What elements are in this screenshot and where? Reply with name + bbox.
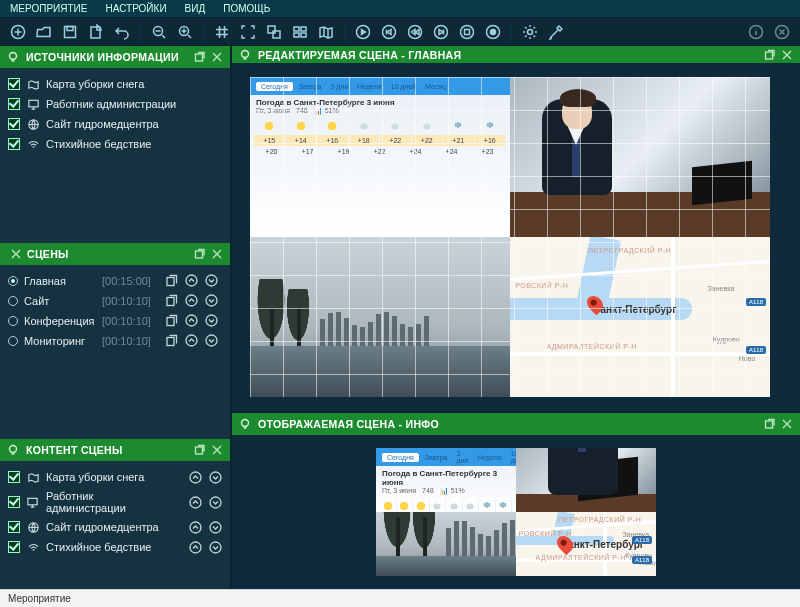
undo-button[interactable] xyxy=(110,21,134,43)
checkbox-icon[interactable] xyxy=(8,496,20,508)
radio-icon[interactable] xyxy=(8,276,18,286)
city-tile[interactable] xyxy=(376,512,516,576)
record-button[interactable] xyxy=(481,21,505,43)
checkbox-icon[interactable] xyxy=(8,138,20,150)
panel-close-icon[interactable] xyxy=(780,417,794,431)
content-panel-header[interactable]: КОНТЕНТ СЦЕНЫ xyxy=(0,439,230,461)
panel-close-icon[interactable] xyxy=(780,48,794,62)
radio-icon[interactable] xyxy=(8,316,18,326)
content-item[interactable]: Работник администрации xyxy=(8,487,222,517)
down-icon[interactable] xyxy=(204,274,218,288)
map-button[interactable] xyxy=(314,21,338,43)
detach-icon[interactable] xyxy=(193,443,207,457)
city-tile[interactable] xyxy=(250,237,510,397)
radio-icon[interactable] xyxy=(8,296,18,306)
wifi-icon xyxy=(26,137,40,151)
svg-rect-31 xyxy=(167,298,174,306)
settings-button[interactable] xyxy=(518,21,542,43)
tiles-button[interactable] xyxy=(288,21,312,43)
down-icon[interactable] xyxy=(208,520,222,534)
panel-close-icon[interactable] xyxy=(210,50,224,64)
layers-button[interactable] xyxy=(262,21,286,43)
down-icon[interactable] xyxy=(208,495,222,509)
up-icon[interactable] xyxy=(188,470,202,484)
info-button[interactable] xyxy=(744,21,768,43)
person-tile[interactable] xyxy=(510,77,770,237)
source-item[interactable]: Стихийное бедствие xyxy=(8,134,222,154)
stop-button[interactable] xyxy=(455,21,479,43)
export-button[interactable] xyxy=(84,21,108,43)
open-button[interactable] xyxy=(32,21,56,43)
up-icon[interactable] xyxy=(184,314,198,328)
content-item[interactable]: Сайт гидромедцентра xyxy=(8,517,222,537)
panel-close-icon[interactable] xyxy=(9,247,23,261)
copy-icon[interactable] xyxy=(164,314,178,328)
up-icon[interactable] xyxy=(184,274,198,288)
copy-icon[interactable] xyxy=(164,294,178,308)
detach-icon[interactable] xyxy=(763,48,777,62)
copy-icon[interactable] xyxy=(164,274,178,288)
menu-settings[interactable]: НАСТРОЙКИ xyxy=(105,3,166,14)
scene-item[interactable]: Главная [00:15:00] xyxy=(8,271,222,291)
content-item[interactable]: Стихийное бедствие xyxy=(8,537,222,557)
person-tile[interactable] xyxy=(516,448,656,512)
save-button[interactable] xyxy=(58,21,82,43)
up-icon[interactable] xyxy=(188,520,202,534)
detach-icon[interactable] xyxy=(193,50,207,64)
close-button[interactable] xyxy=(770,21,794,43)
svg-rect-44 xyxy=(28,498,37,505)
weather-tile[interactable]: СегодняЗавтра3 дняНеделя10 днейМесяц Пог… xyxy=(250,77,510,237)
detach-icon[interactable] xyxy=(763,417,777,431)
prev-button[interactable] xyxy=(377,21,401,43)
editor-canvas-area[interactable]: СегодняЗавтра3 дняНеделя10 днейМесяц Пог… xyxy=(232,63,800,411)
up-icon[interactable] xyxy=(184,334,198,348)
new-button[interactable] xyxy=(6,21,30,43)
down-icon[interactable] xyxy=(204,314,218,328)
down-icon[interactable] xyxy=(204,334,218,348)
checkbox-icon[interactable] xyxy=(8,521,20,533)
map-tile[interactable]: ПЕТРОГРАДСКИЙ Р-Н РОВСКИЙ Р-Н АДМИРАЛТЕЙ… xyxy=(510,237,770,397)
scene-item[interactable]: Конференция [00:10:10] xyxy=(8,311,222,331)
checkbox-icon[interactable] xyxy=(8,98,20,110)
scene-item[interactable]: Сайт [00:10:10] xyxy=(8,291,222,311)
rewind-button[interactable] xyxy=(403,21,427,43)
viewer-panel-header[interactable]: ОТОБРАЖАЕМАЯ СЦЕНА - ИНФО xyxy=(232,413,800,435)
checkbox-icon[interactable] xyxy=(8,541,20,553)
radio-icon[interactable] xyxy=(8,336,18,346)
map-tile[interactable]: ПЕТРОГРАДСКИЙ Р-Н РОВСКИЙ Р-Н АДМИРАЛТЕЙ… xyxy=(516,512,656,576)
content-item[interactable]: Карта уборки снега xyxy=(8,467,222,487)
detach-icon[interactable] xyxy=(193,247,207,261)
scenes-panel-header[interactable]: СЦЕНЫ xyxy=(0,243,230,265)
down-icon[interactable] xyxy=(208,470,222,484)
up-icon[interactable] xyxy=(188,495,202,509)
panel-close-icon[interactable] xyxy=(210,247,224,261)
source-item[interactable]: Карта уборки снега xyxy=(8,74,222,94)
copy-icon[interactable] xyxy=(164,334,178,348)
zoom-out-button[interactable] xyxy=(147,21,171,43)
fit-button[interactable] xyxy=(236,21,260,43)
up-icon[interactable] xyxy=(184,294,198,308)
menu-event[interactable]: МЕРОПРИЯТИЕ xyxy=(10,3,87,14)
grid-button[interactable] xyxy=(210,21,234,43)
zoom-in-button[interactable] xyxy=(173,21,197,43)
menu-view[interactable]: ВИД xyxy=(185,3,206,14)
down-icon[interactable] xyxy=(204,294,218,308)
panel-close-icon[interactable] xyxy=(210,443,224,457)
next-button[interactable] xyxy=(429,21,453,43)
checkbox-icon[interactable] xyxy=(8,78,20,90)
play-button[interactable] xyxy=(351,21,375,43)
editor-canvas[interactable]: СегодняЗавтра3 дняНеделя10 днейМесяц Пог… xyxy=(250,77,770,397)
svg-point-39 xyxy=(206,335,217,346)
menu-help[interactable]: ПОМОЩЬ xyxy=(223,3,270,14)
tools-button[interactable] xyxy=(544,21,568,43)
editor-panel-header[interactable]: РЕДАКТИРУЕМАЯ СЦЕНА - ГЛАВНАЯ xyxy=(232,46,800,63)
down-icon[interactable] xyxy=(208,540,222,554)
weather-tile[interactable]: СегодняЗавтра3 дняНеделя10 днейМесяц Пог… xyxy=(376,448,516,512)
sources-panel-header[interactable]: ИСТОЧНИКИ ИНФОРМАЦИИ xyxy=(0,46,230,68)
source-item[interactable]: Сайт гидромедцентра xyxy=(8,114,222,134)
up-icon[interactable] xyxy=(188,540,202,554)
checkbox-icon[interactable] xyxy=(8,471,20,483)
checkbox-icon[interactable] xyxy=(8,118,20,130)
source-item[interactable]: Работник администрации xyxy=(8,94,222,114)
scene-item[interactable]: Мониторинг [00:10:10] xyxy=(8,331,222,351)
